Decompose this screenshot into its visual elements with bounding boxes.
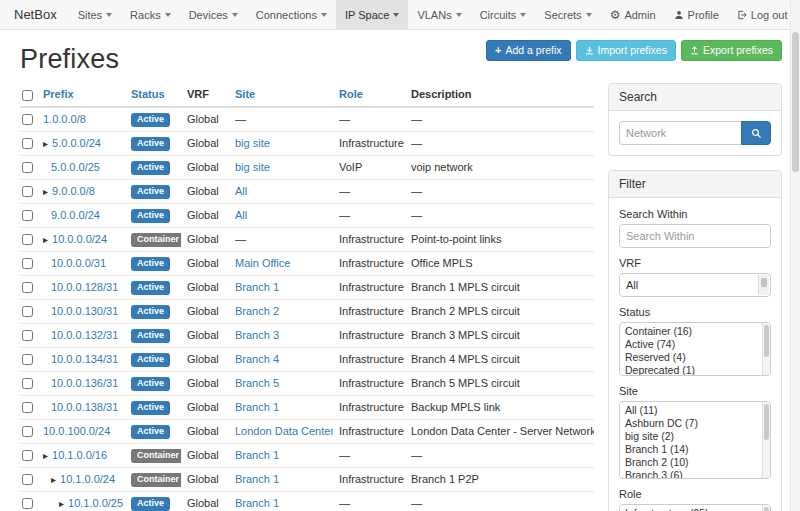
status-cell: Active xyxy=(125,347,181,371)
import-prefixes-button[interactable]: Import prefixes xyxy=(576,40,676,61)
role-scrollbar[interactable] xyxy=(762,505,770,511)
add-prefix-button[interactable]: + Add a prefix xyxy=(486,40,570,61)
status-cell: Active xyxy=(125,299,181,323)
column-header-status[interactable]: Status xyxy=(125,83,181,107)
row-checkbox[interactable] xyxy=(22,210,33,221)
status-listbox[interactable]: Container (16)Active (74)Reserved (4)Dep… xyxy=(619,322,771,376)
prefix-link[interactable]: 10.0.0.136/31 xyxy=(51,377,118,389)
description-cell: — xyxy=(405,131,594,155)
export-prefixes-button[interactable]: Export prefixes xyxy=(681,40,782,61)
site-link[interactable]: Branch 1 xyxy=(235,401,279,413)
row-checkbox[interactable] xyxy=(22,282,33,293)
site-option[interactable]: Branch 2 (10) xyxy=(620,456,760,469)
nav-item-circuits[interactable]: Circuits xyxy=(471,0,536,29)
nav-item-racks[interactable]: Racks xyxy=(121,0,180,29)
role-option[interactable]: Infrastructure (25) xyxy=(620,507,760,511)
row-checkbox[interactable] xyxy=(22,258,33,269)
nav-item-devices[interactable]: Devices xyxy=(180,0,247,29)
row-checkbox[interactable] xyxy=(22,306,33,317)
prefix-link[interactable]: 10.1.0.0/24 xyxy=(60,473,115,485)
nav-item-secrets[interactable]: Secrets xyxy=(535,0,600,29)
prefix-link[interactable]: 10.0.0.0/31 xyxy=(51,257,106,269)
select-all-checkbox[interactable] xyxy=(22,90,33,101)
row-checkbox[interactable] xyxy=(22,234,33,245)
site-listbox[interactable]: All (11)Ashburn DC (7)big site (2)Branch… xyxy=(619,401,771,479)
nav-item-profile[interactable]: Profile xyxy=(665,0,728,29)
prefix-link[interactable]: 10.0.100.0/24 xyxy=(43,425,110,437)
prefix-link[interactable]: 10.1.0.0/25 xyxy=(68,497,123,509)
site-link[interactable]: Branch 4 xyxy=(235,353,279,365)
nav-item-vlans[interactable]: VLANs xyxy=(408,0,470,29)
row-checkbox[interactable] xyxy=(22,474,33,485)
status-badge: Active xyxy=(131,161,170,175)
prefix-link[interactable]: 10.0.0.132/31 xyxy=(51,329,118,341)
column-header-site[interactable]: Site xyxy=(229,83,333,107)
prefix-link[interactable]: 10.1.0.0/16 xyxy=(52,449,107,461)
page-title: Prefixes xyxy=(20,44,119,75)
search-within-label: Search Within xyxy=(619,208,771,220)
row-checkbox[interactable] xyxy=(22,186,33,197)
column-header-role[interactable]: Role xyxy=(333,83,405,107)
nav-item-ip-space[interactable]: IP Space xyxy=(336,0,408,29)
site-link[interactable]: Branch 1 xyxy=(235,281,279,293)
role-cell: — xyxy=(333,107,405,132)
column-header-prefix[interactable]: Prefix xyxy=(37,83,125,107)
row-checkbox[interactable] xyxy=(22,330,33,341)
prefix-link[interactable]: 10.0.0.134/31 xyxy=(51,353,118,365)
site-cell: Branch 1 xyxy=(229,395,333,419)
site-option[interactable]: Branch 1 (14) xyxy=(620,443,760,456)
site-link[interactable]: London Data Center xyxy=(235,425,333,437)
row-checkbox[interactable] xyxy=(22,426,33,437)
row-checkbox[interactable] xyxy=(22,354,33,365)
status-option[interactable]: Reserved (4) xyxy=(620,351,760,364)
prefix-link[interactable]: 10.0.0.130/31 xyxy=(51,305,118,317)
site-link[interactable]: Branch 1 xyxy=(235,449,279,461)
site-link[interactable]: All xyxy=(235,185,247,197)
site-link[interactable]: big site xyxy=(235,137,270,149)
page-scrollbar[interactable] xyxy=(790,0,800,511)
status-option[interactable]: Container (16) xyxy=(620,325,760,338)
role-listbox[interactable]: Infrastructure (25)Management (8)Private… xyxy=(619,504,771,511)
prefix-link[interactable]: 10.0.0.128/31 xyxy=(51,281,118,293)
site-option[interactable]: Branch 3 (6) xyxy=(620,469,760,479)
prefix-link[interactable]: 9.0.0.0/8 xyxy=(52,185,95,197)
row-checkbox[interactable] xyxy=(22,378,33,389)
site-option[interactable]: All (11) xyxy=(620,404,760,417)
site-link[interactable]: Branch 1 xyxy=(235,473,279,485)
site-link[interactable]: big site xyxy=(235,161,270,173)
search-button[interactable] xyxy=(741,121,771,145)
site-link[interactable]: Branch 2 xyxy=(235,305,279,317)
prefix-link[interactable]: 5.0.0.0/24 xyxy=(52,137,101,149)
status-option[interactable]: Active (74) xyxy=(620,338,760,351)
nav-item-connections[interactable]: Connections xyxy=(247,0,336,29)
site-link[interactable]: Branch 5 xyxy=(235,377,279,389)
site-option[interactable]: Ashburn DC (7) xyxy=(620,417,760,430)
row-checkbox[interactable] xyxy=(22,450,33,461)
row-checkbox[interactable] xyxy=(22,402,33,413)
site-link[interactable]: Branch 1 xyxy=(235,497,279,509)
site-link[interactable]: Main Office xyxy=(235,257,290,269)
status-option[interactable]: Deprecated (1) xyxy=(620,364,760,376)
nav-item-admin[interactable]: ⚙ Admin xyxy=(601,0,665,29)
nav-item-sites[interactable]: Sites xyxy=(69,0,121,29)
site-link[interactable]: All xyxy=(235,209,247,221)
row-checkbox[interactable] xyxy=(22,138,33,149)
search-within-input[interactable] xyxy=(619,224,771,248)
page-scrollbar-thumb[interactable] xyxy=(792,32,799,172)
nav-item-logout[interactable]: Log out xyxy=(728,0,797,29)
site-scrollbar[interactable] xyxy=(762,402,770,478)
row-checkbox[interactable] xyxy=(22,162,33,173)
prefix-link[interactable]: 1.0.0.0/8 xyxy=(43,113,86,125)
row-checkbox[interactable] xyxy=(22,498,33,509)
row-checkbox[interactable] xyxy=(22,114,33,125)
prefix-link[interactable]: 5.0.0.0/25 xyxy=(51,161,100,173)
search-input[interactable] xyxy=(619,121,741,145)
prefix-link[interactable]: 10.0.0.138/31 xyxy=(51,401,118,413)
netbox-logo[interactable]: NetBox xyxy=(10,0,69,29)
site-link[interactable]: Branch 3 xyxy=(235,329,279,341)
site-option[interactable]: big site (2) xyxy=(620,430,760,443)
status-scrollbar[interactable] xyxy=(762,323,770,375)
prefix-link[interactable]: 9.0.0.0/24 xyxy=(51,209,100,221)
prefix-link[interactable]: 10.0.0.0/24 xyxy=(52,233,107,245)
vrf-select[interactable]: All xyxy=(619,273,771,297)
